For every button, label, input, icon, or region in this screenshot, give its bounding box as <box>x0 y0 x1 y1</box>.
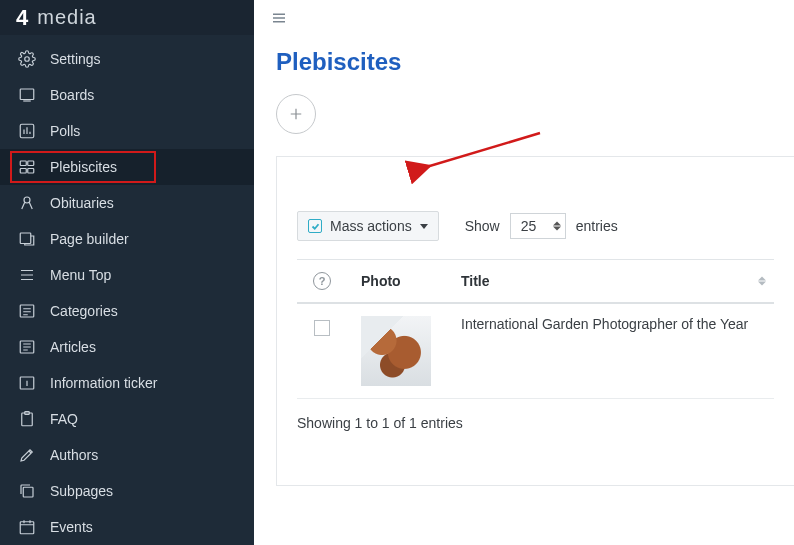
svg-rect-15 <box>20 522 34 534</box>
page-size-select[interactable]: 25 <box>510 213 566 239</box>
svg-rect-3 <box>20 161 26 166</box>
sidebar-item-faq: FAQ <box>0 401 254 437</box>
svg-rect-5 <box>20 169 26 174</box>
col-select: ? <box>297 260 347 304</box>
topbar <box>254 0 794 38</box>
board-icon <box>18 86 36 104</box>
main-content: Plebiscites Mass actions Show 25 <box>254 0 794 545</box>
sidebar-item-label: Events <box>50 519 93 535</box>
caret-down-icon <box>420 224 428 229</box>
sidebar-item-settings: Settings <box>0 41 254 77</box>
gear-icon <box>18 50 36 68</box>
show-label: Show <box>465 218 500 234</box>
sidebar-item-polls: Polls <box>0 113 254 149</box>
info-icon <box>18 374 36 392</box>
sidebar-item-label: Articles <box>50 339 96 355</box>
sidebar-item-label: Polls <box>50 123 80 139</box>
layout-icon <box>18 158 36 176</box>
sidebar-item-label: Information ticker <box>50 375 157 391</box>
plus-icon <box>287 105 305 123</box>
sort-arrows-icon <box>758 277 766 286</box>
check-icon <box>308 219 322 233</box>
news-icon <box>18 338 36 356</box>
copy-icon <box>18 482 36 500</box>
sidebar-item-events: Events <box>0 509 254 545</box>
svg-rect-14 <box>23 487 33 497</box>
svg-rect-1 <box>20 89 34 100</box>
menu-icon <box>18 266 36 284</box>
sidebar-item-boards: Boards <box>0 77 254 113</box>
mass-actions-label: Mass actions <box>330 218 412 234</box>
calendar-icon <box>18 518 36 536</box>
sidebar-nav: Settings Boards Polls Plebiscites Obitua… <box>0 35 254 545</box>
table-footer: Showing 1 to 1 of 1 entries <box>297 399 774 431</box>
page-size-control: Show 25 entries <box>465 213 618 239</box>
brand: 4 media <box>0 0 254 35</box>
help-icon[interactable]: ? <box>313 272 331 290</box>
sidebar-item-authors: Authors <box>0 437 254 473</box>
sidebar-item-pagebuilder: Page builder <box>0 221 254 257</box>
mass-actions-button[interactable]: Mass actions <box>297 211 439 241</box>
sidebar-item-label: Boards <box>50 87 94 103</box>
content-panel: Mass actions Show 25 entries ? Photo <box>276 156 794 486</box>
add-button[interactable] <box>276 94 316 134</box>
hamburger-icon[interactable] <box>270 9 288 30</box>
sidebar-item-label: Page builder <box>50 231 129 247</box>
sidebar-item-obituaries: Obituaries <box>0 185 254 221</box>
table-row: International Garden Photographer of the… <box>297 303 774 399</box>
row-checkbox[interactable] <box>314 320 330 336</box>
svg-rect-6 <box>28 169 34 174</box>
sidebar-item-menutop: Menu Top <box>0 257 254 293</box>
col-photo[interactable]: Photo <box>347 260 447 304</box>
row-thumbnail[interactable] <box>361 316 431 386</box>
sidebar-item-subpages: Subpages <box>0 473 254 509</box>
col-title[interactable]: Title <box>447 260 774 304</box>
sidebar-item-articles: Articles <box>0 329 254 365</box>
brand-text: media <box>37 6 96 29</box>
svg-point-7 <box>24 197 30 203</box>
list-icon <box>18 302 36 320</box>
sidebar-item-label: FAQ <box>50 411 78 427</box>
data-table: ? Photo Title International Garden Photo… <box>297 259 774 399</box>
brand-mark: 4 <box>16 5 27 31</box>
sidebar-item-label: Authors <box>50 447 98 463</box>
sidebar: 4 media Settings Boards Polls Plebiscite… <box>0 0 254 545</box>
pen-icon <box>18 446 36 464</box>
sidebar-item-label: Subpages <box>50 483 113 499</box>
chart-icon <box>18 122 36 140</box>
ribbon-icon <box>18 194 36 212</box>
svg-rect-8 <box>20 233 31 244</box>
sidebar-item-plebiscites: Plebiscites <box>0 149 254 185</box>
svg-rect-4 <box>28 161 34 166</box>
sidebar-item-label: Obituaries <box>50 195 114 211</box>
sidebar-item-label: Plebiscites <box>50 159 117 175</box>
row-title[interactable]: International Garden Photographer of the… <box>447 303 774 399</box>
builder-icon <box>18 230 36 248</box>
sidebar-item-label: Categories <box>50 303 118 319</box>
sidebar-item-label: Settings <box>50 51 101 67</box>
sidebar-item-categories: Categories <box>0 293 254 329</box>
sidebar-item-infoticker: Information ticker <box>0 365 254 401</box>
sidebar-item-label: Menu Top <box>50 267 111 283</box>
clipboard-icon <box>18 410 36 428</box>
sort-arrows-icon <box>553 222 561 231</box>
page-title: Plebiscites <box>254 38 794 88</box>
entries-label: entries <box>576 218 618 234</box>
page-size-value: 25 <box>521 218 537 234</box>
svg-point-0 <box>25 57 30 62</box>
